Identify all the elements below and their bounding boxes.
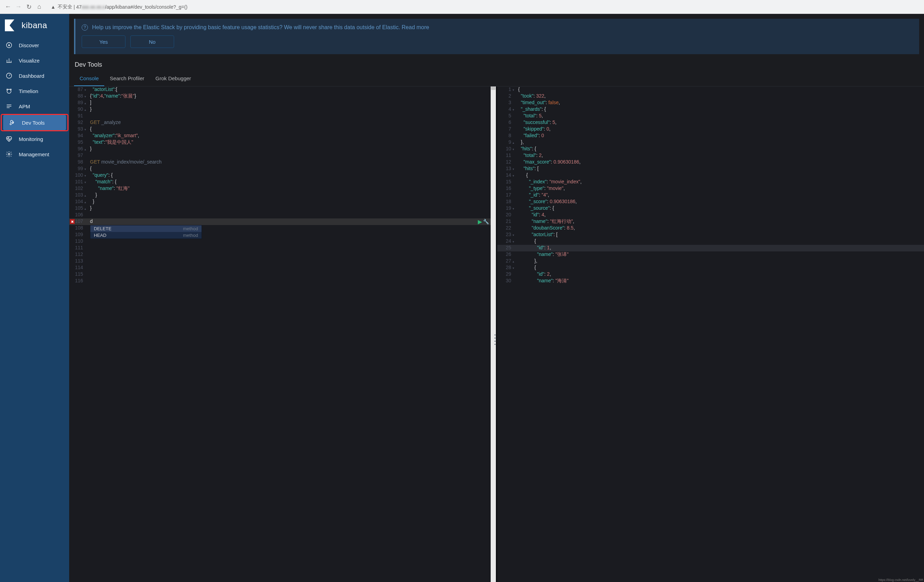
code-line[interactable]: 1▾{ [497,87,924,93]
code-line[interactable]: 104▴ } [69,199,496,205]
code-line[interactable]: 112 [69,252,496,258]
code-line[interactable]: 102 "name": "红海" [69,186,496,192]
banner-yes-button[interactable]: Yes [82,35,125,48]
sidebar-item-dashboard[interactable]: Dashboard [0,68,69,83]
insecure-icon: ▲ [51,4,56,10]
tabs: ConsoleSearch ProfilerGrok Debugger [69,71,924,87]
code-line[interactable]: 87▾ "actorList":[ [69,87,496,93]
code-line[interactable]: 97 [69,153,496,159]
back-button[interactable]: ← [3,2,13,12]
code-line[interactable]: 100▾ "query": { [69,172,496,179]
code-line[interactable]: 116 [69,278,496,284]
code-line[interactable]: 3 "timed_out": false, [497,100,924,106]
code-line[interactable]: 114 [69,265,496,271]
sidebar-item-monitoring[interactable]: Monitoring [0,131,69,146]
sidebar-item-apm[interactable]: APM [0,99,69,114]
sidebar-item-dev-tools[interactable]: Dev Tools [3,115,66,130]
code-line[interactable]: 29 "id": 2, [497,271,924,278]
forward-button[interactable]: → [13,2,24,12]
code-line[interactable]: 110 [69,238,496,245]
code-line[interactable]: 19▾ "_source": { [497,205,924,212]
code-line[interactable]: 11 "total": 2, [497,153,924,159]
autocomplete-item[interactable]: HEADmethod [90,232,201,238]
sidebar-item-label: Timelion [19,88,38,94]
code-line[interactable]: 21 "name": "红海行动", [497,219,924,225]
gear-icon [5,151,13,158]
home-button[interactable]: ⌂ [34,2,45,12]
error-marker-icon: ✖ [70,219,75,224]
code-line[interactable]: 28▾ { [497,265,924,271]
sidebar: kibana DiscoverVisualizeDashboardTimelio… [0,14,69,582]
pane-resize-handle[interactable] [495,334,497,345]
code-line[interactable]: 18 "_score": 0.90630186, [497,199,924,205]
code-line[interactable]: 12 "max_score": 0.90630186, [497,159,924,166]
code-line[interactable]: 89▴] [69,100,496,106]
execute-request-button[interactable]: ▶ [478,219,482,225]
code-line[interactable]: 14▾ { [497,172,924,179]
telemetry-banner: ? Help us improve the Elastic Stack by p… [74,19,919,54]
svg-point-14 [8,153,10,155]
brand-row[interactable]: kibana [0,14,69,38]
url-path: /app/kibana#/dev_tools/console?_g=() [105,4,188,10]
code-line[interactable]: 111 [69,245,496,252]
code-line[interactable]: 4▾ "_shards": { [497,106,924,113]
code-line[interactable]: 88▾{"id":4,"name":"张晨"} [69,93,496,100]
address-bar[interactable]: ▲ 不安全 | 47 xxx.xx.xx.x /app/kibana#/dev_… [47,2,921,12]
code-line[interactable]: 22 "doubanScore": 8.5, [497,225,924,232]
gauge-icon [5,72,13,79]
code-line[interactable]: 24▾ { [497,238,924,245]
code-line[interactable]: 15 "_index": "movie_index", [497,179,924,186]
code-line[interactable]: 101▾ "match": { [69,179,496,186]
code-line[interactable]: 10▾ "hits": { [497,146,924,153]
code-line[interactable]: 106 [69,212,496,219]
response-output-pane[interactable]: 1▾{2 "took": 322,3 "timed_out": false,4▾… [497,87,924,582]
code-line[interactable]: 2 "took": 322, [497,93,924,100]
code-line[interactable]: 107d [69,219,496,225]
reload-button[interactable]: ↻ [24,2,34,12]
code-line[interactable]: 90▴} [69,106,496,113]
code-line[interactable]: 23▾ "actorList": [ [497,232,924,238]
request-options-button[interactable]: 🔧 [483,219,489,224]
code-line[interactable]: 96▴} [69,146,496,153]
svg-point-9 [7,89,8,90]
code-line[interactable]: 16 "_type": "movie", [497,186,924,192]
code-line[interactable]: 93▾{ [69,126,496,133]
code-line[interactable]: 27▴ }, [497,258,924,265]
code-line[interactable]: 8 "failed": 0 [497,133,924,139]
code-line[interactable]: 103▴ } [69,192,496,199]
code-line[interactable]: 17 "_id": "4", [497,192,924,199]
code-line[interactable]: 9▴ }, [497,139,924,146]
code-line[interactable]: 5 "total": 5, [497,113,924,120]
code-line[interactable]: 30 "name": "海清" [497,278,924,284]
code-line[interactable]: 94 "analyzer":"ik_smart", [69,133,496,139]
svg-point-10 [10,89,11,90]
code-line[interactable]: 113 [69,258,496,265]
tab-search-profiler[interactable]: Search Profiler [104,71,150,86]
tab-grok-debugger[interactable]: Grok Debugger [150,71,197,86]
sidebar-item-visualize[interactable]: Visualize [0,53,69,68]
brand-text: kibana [21,20,47,30]
request-editor-pane[interactable]: 87▾ "actorList":[88▾{"id":4,"name":"张晨"}… [69,87,497,582]
code-line[interactable]: 25 "id": 1, [497,245,924,252]
sidebar-item-timelion[interactable]: Timelion [0,83,69,99]
sidebar-item-label: Monitoring [19,136,43,142]
sidebar-item-discover[interactable]: Discover [0,38,69,53]
banner-no-button[interactable]: No [130,35,174,48]
autocomplete-item[interactable]: DELETEmethod [90,225,201,232]
sidebar-item-management[interactable]: Management [0,146,69,162]
code-line[interactable]: 98GET movie_index/movie/_search [69,159,496,166]
code-line[interactable]: 91 [69,113,496,120]
code-line[interactable]: 115 [69,271,496,278]
code-line[interactable]: 7 "skipped": 0, [497,126,924,133]
heartbeat-icon [5,135,13,142]
code-line[interactable]: 13▾ "hits": [ [497,166,924,172]
code-line[interactable]: 95 "text":"我是中国人" [69,139,496,146]
code-line[interactable]: 20 "id": 4, [497,212,924,219]
code-line[interactable]: 92GET _analyze [69,120,496,126]
tab-console[interactable]: Console [74,71,104,86]
code-line[interactable]: 6 "successful": 5, [497,120,924,126]
autocomplete-popup[interactable]: DELETEmethodHEADmethod [90,225,202,239]
code-line[interactable]: 105▴} [69,205,496,212]
code-line[interactable]: 26 "name": "张译" [497,252,924,258]
code-line[interactable]: 99▾{ [69,166,496,172]
